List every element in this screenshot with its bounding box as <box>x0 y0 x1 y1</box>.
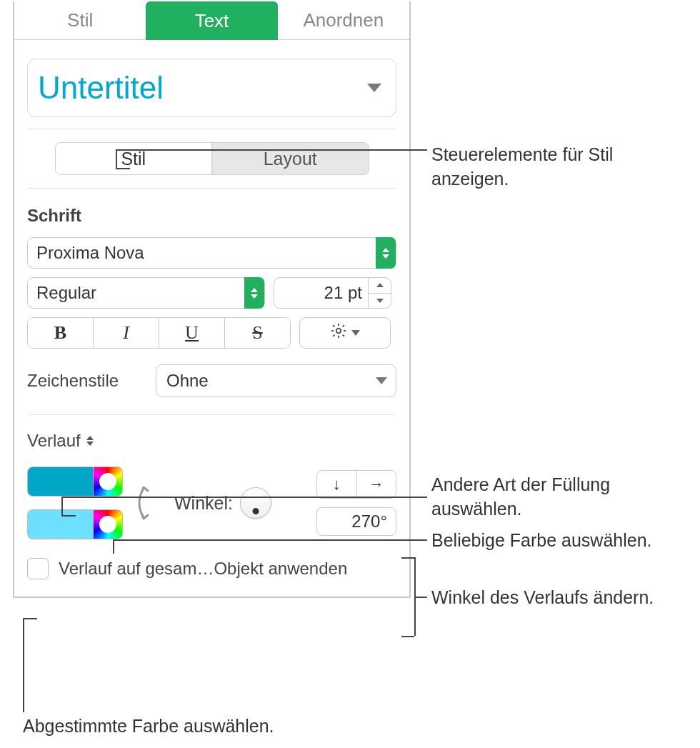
italic-button[interactable]: I <box>93 318 159 348</box>
character-styles-value: Ohne <box>166 371 209 391</box>
svg-point-0 <box>336 329 341 333</box>
underline-button[interactable]: U <box>159 318 224 348</box>
callout-lead <box>116 168 130 169</box>
swap-colors-button[interactable] <box>134 477 163 529</box>
character-styles-label: Zeichenstile <box>27 371 143 391</box>
divider <box>27 188 396 189</box>
tab-stil[interactable]: Stil <box>14 1 146 40</box>
callout-any-color: Beliebige Farbe auswählen. <box>431 529 689 553</box>
angle-label: Winkel: <box>174 493 233 514</box>
gradient-controls: Winkel: ↓ → 270° <box>27 467 396 539</box>
font-family-value: Proxima Nova <box>36 243 144 263</box>
gradient-color-2-wheel[interactable] <box>93 509 123 539</box>
callout-angle: Winkel des Verlaufs ändern. <box>431 586 696 610</box>
gradient-color-2-swatch[interactable] <box>27 509 93 539</box>
callout-lead <box>23 618 24 712</box>
bold-button[interactable]: B <box>28 318 93 348</box>
callout-lead <box>61 497 63 516</box>
font-size-stepper <box>368 278 391 308</box>
font-family-select[interactable]: Proxima Nova <box>27 237 396 269</box>
callout-lead <box>401 557 414 559</box>
callout-fill-type: Andere Art der Füllung auswählen. <box>431 473 617 522</box>
paragraph-style-label: Untertitel <box>38 70 164 106</box>
gear-icon <box>330 322 347 344</box>
angle-knob[interactable] <box>240 487 271 519</box>
font-weight-select[interactable]: Regular <box>27 277 265 309</box>
font-size-down[interactable] <box>369 294 391 309</box>
divider <box>27 129 396 129</box>
bius-group: B I U S <box>27 317 291 349</box>
fill-type-value: Verlauf <box>27 431 81 451</box>
callout-lead <box>414 557 416 636</box>
chevron-down-icon <box>376 377 387 384</box>
callout-lead <box>414 597 427 598</box>
gradient-color-1-swatch[interactable] <box>27 467 93 497</box>
select-stepper-icon <box>244 277 264 309</box>
top-tabs: Stil Text Anordnen <box>14 1 409 40</box>
paragraph-style-dropdown[interactable]: Untertitel <box>27 59 396 117</box>
updown-icon <box>86 436 94 446</box>
callout-lead <box>23 618 37 619</box>
font-weight-value: Regular <box>36 283 96 303</box>
format-sidebar: Stil Text Anordnen Untertitel Stil Layou… <box>13 1 411 598</box>
advanced-font-button[interactable] <box>299 317 391 349</box>
schrift-label: Schrift <box>27 206 396 226</box>
divider <box>27 414 396 415</box>
apply-whole-object-label: Verlauf auf gesam…Objekt anwenden <box>59 559 347 579</box>
angle-direction-segmented: ↓ → <box>316 470 396 499</box>
gradient-color-1-wheel[interactable] <box>93 467 123 497</box>
callout-lead <box>116 149 427 151</box>
strikethrough-button[interactable]: S <box>224 318 290 348</box>
callout-lead <box>61 515 76 517</box>
fill-type-dropdown[interactable]: Verlauf <box>27 431 94 451</box>
angle-down-button[interactable]: ↓ <box>317 471 357 498</box>
character-styles-select[interactable]: Ohne <box>156 364 396 397</box>
chevron-down-icon <box>351 330 360 336</box>
font-size-value: 21 pt <box>274 283 368 303</box>
callout-matched-color: Abgestimmte Farbe auswählen. <box>23 714 366 739</box>
callout-lead <box>113 539 427 541</box>
callout-lead <box>113 539 114 554</box>
font-size-field[interactable]: 21 pt <box>274 277 391 309</box>
tab-text[interactable]: Text <box>146 1 277 40</box>
font-size-up[interactable] <box>369 278 391 294</box>
angle-value: 270° <box>351 512 387 532</box>
angle-right-button[interactable]: → <box>357 471 396 498</box>
callout-lead <box>61 497 427 498</box>
seg-layout[interactable]: Layout <box>212 143 369 174</box>
stil-layout-segmented: Stil Layout <box>55 142 369 175</box>
seg-stil[interactable]: Stil <box>56 143 213 174</box>
callout-stil-controls: Steuerelemente für Stil anzeigen. <box>431 143 617 191</box>
callout-lead <box>116 149 117 169</box>
tab-anordnen[interactable]: Anordnen <box>278 1 409 40</box>
chevron-down-icon <box>367 84 381 92</box>
select-stepper-icon <box>376 237 396 269</box>
apply-whole-object-checkbox[interactable] <box>27 558 49 579</box>
angle-value-field[interactable]: 270° <box>316 507 396 536</box>
callout-lead <box>401 636 414 637</box>
